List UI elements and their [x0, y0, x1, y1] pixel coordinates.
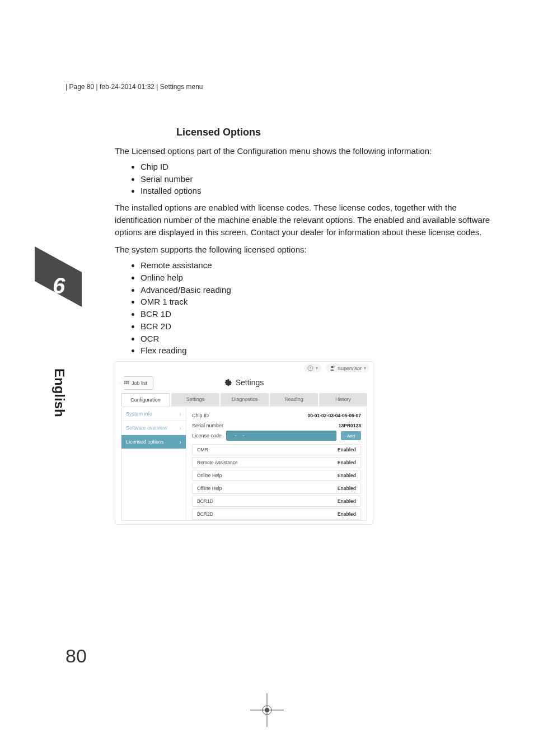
option-row[interactable]: BCR2D Enabled — [192, 508, 361, 520]
svg-rect-4 — [124, 381, 126, 382]
chip-id-label: Chip ID — [192, 413, 209, 418]
option-status: Enabled — [338, 486, 356, 491]
chevron-right-icon: › — [179, 438, 181, 445]
sidebar-item-software-overview[interactable]: Software overview › — [121, 421, 186, 435]
page-language: English — [51, 368, 67, 417]
sidebar-item-label: Licensed options — [126, 439, 164, 445]
document-content: Licensed Options The Licensed options pa… — [115, 127, 498, 525]
section-title: Licensed Options — [176, 127, 498, 138]
license-code-row: License code Add — [192, 431, 361, 441]
list-item: BCR 1D — [140, 308, 498, 320]
list-item: Online help — [140, 272, 498, 284]
list-item: Flex reading — [140, 344, 498, 357]
list-item: Serial number — [140, 173, 498, 185]
serial-label: Serial number — [192, 423, 223, 428]
svg-rect-7 — [124, 382, 126, 384]
svg-rect-6 — [128, 381, 129, 382]
serial-value: 13PR0123 — [339, 423, 361, 428]
svg-point-13 — [265, 708, 269, 712]
user-menu[interactable]: Supervisor ▾ — [326, 364, 369, 372]
list-item: Installed options — [140, 185, 498, 197]
chapter-tab: 6 — [35, 246, 82, 307]
paragraph-supported: The system supports the following licens… — [115, 244, 498, 256]
user-label: Supervisor — [338, 366, 362, 371]
chevron-right-icon: › — [179, 410, 181, 417]
option-status: Enabled — [338, 460, 356, 465]
option-name: Offline Help — [197, 486, 222, 491]
option-row[interactable]: Online Help Enabled — [192, 470, 361, 481]
serial-row: Serial number 13PR0123 — [192, 421, 361, 431]
svg-rect-5 — [126, 381, 128, 382]
license-code-input[interactable] — [226, 431, 336, 441]
option-name: BCR2D — [197, 511, 213, 517]
option-row[interactable]: OMR Enabled — [192, 444, 361, 455]
page-number: 80 — [65, 645, 87, 667]
svg-text:?: ? — [310, 366, 312, 370]
tab-configuration[interactable]: Configuration — [121, 393, 170, 406]
list-item: BCR 2D — [140, 320, 498, 333]
options-list: OMR Enabled Remote Assistance Enabled On… — [192, 444, 361, 520]
tab-reading[interactable]: Reading — [270, 393, 318, 406]
screen-title-row: Settings — [115, 376, 373, 389]
sidebar-item-system-info[interactable]: System info › — [121, 407, 186, 421]
screenshot-topbar: ? ▾ Supervisor ▾ — [304, 364, 369, 372]
tab-row: Configuration Settings Diagnostics Readi… — [121, 393, 367, 406]
input-segment — [242, 436, 245, 436]
list-item: OCR — [140, 333, 498, 345]
main-panel: Chip ID 00-01-02-03-04-05-06-07 Serial n… — [186, 407, 367, 520]
page-header: | Page 80 | feb-24-2014 01:32 | Settings… — [65, 83, 203, 91]
info-list: Chip ID Serial number Installed options — [115, 161, 498, 197]
help-icon: ? — [307, 365, 313, 371]
option-row[interactable]: Remote Assistance Enabled — [192, 457, 361, 468]
paragraph-detail: The installed options are enabled with l… — [115, 202, 498, 238]
option-name: Remote Assistance — [197, 460, 238, 465]
add-button[interactable]: Add — [341, 431, 361, 440]
list-item: Remote assistance — [140, 259, 498, 272]
screen-title: Settings — [236, 378, 264, 387]
tab-settings[interactable]: Settings — [171, 393, 219, 406]
registration-mark-icon — [250, 693, 284, 727]
sidebar-item-label: System info — [126, 411, 152, 417]
settings-screenshot: ? ▾ Supervisor ▾ Job list Settings Confi… — [115, 361, 373, 525]
list-item: OMR 1 track — [140, 296, 498, 308]
tab-diagnostics[interactable]: Diagnostics — [221, 393, 269, 406]
list-item: Advanced/Basic reading — [140, 284, 498, 296]
help-menu[interactable]: ? ▾ — [304, 364, 321, 372]
svg-rect-8 — [126, 382, 128, 384]
chevron-right-icon: › — [179, 424, 181, 431]
joblist-label: Job list — [132, 380, 147, 386]
chevron-down-icon: ▾ — [364, 366, 366, 371]
option-name: OMR — [197, 447, 208, 452]
option-name: Online Help — [197, 473, 222, 478]
sidebar-item-licensed-options[interactable]: Licensed options › — [121, 435, 186, 449]
screenshot-body: System info › Software overview › Licens… — [121, 407, 367, 521]
input-segment — [235, 436, 237, 436]
option-row[interactable]: BCR1D Enabled — [192, 496, 361, 507]
grid-icon — [124, 380, 129, 386]
option-status: Enabled — [338, 511, 356, 517]
option-status: Enabled — [338, 498, 356, 504]
chevron-down-icon: ▾ — [316, 366, 318, 371]
sidebar-item-label: Software overview — [126, 425, 167, 431]
list-item: Chip ID — [140, 161, 498, 173]
gear-icon — [224, 379, 232, 386]
chip-id-value: 00-01-02-03-04-05-06-07 — [308, 413, 361, 418]
chapter-number: 6 — [53, 273, 65, 298]
svg-rect-9 — [128, 382, 129, 384]
license-code-label: License code — [192, 433, 222, 438]
option-status: Enabled — [338, 447, 356, 452]
supported-list: Remote assistance Online help Advanced/B… — [115, 259, 498, 357]
joblist-button[interactable]: Job list — [120, 376, 153, 390]
side-nav: System info › Software overview › Licens… — [121, 407, 186, 520]
option-row[interactable]: Offline Help Enabled — [192, 483, 361, 494]
tab-history[interactable]: History — [319, 393, 367, 406]
paragraph-intro: The Licensed options part of the Configu… — [115, 145, 498, 157]
option-name: BCR1D — [197, 498, 213, 504]
option-status: Enabled — [338, 473, 356, 478]
user-icon — [329, 365, 335, 371]
chip-id-row: Chip ID 00-01-02-03-04-05-06-07 — [192, 410, 361, 421]
